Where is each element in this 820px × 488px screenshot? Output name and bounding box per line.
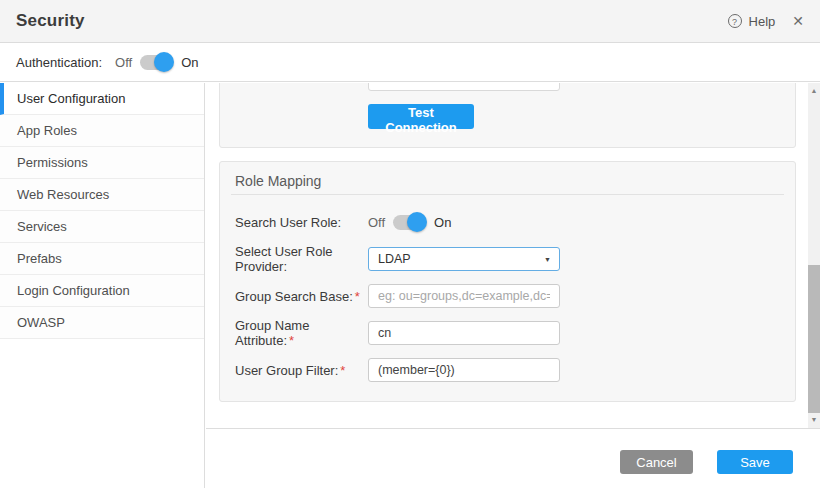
help-question-icon: ? (728, 14, 742, 28)
required-marker: * (289, 333, 294, 348)
search-user-role-on-label: On (434, 215, 451, 230)
user-group-filter-row: User Group Filter:* (235, 358, 780, 382)
authentication-label: Authentication: (16, 55, 102, 70)
user-group-filter-input[interactable] (368, 358, 560, 382)
close-icon[interactable]: ✕ (792, 14, 804, 28)
ldap-config-panel: Test Connection (219, 83, 796, 148)
main-content: Test Connection Role Mapping Search User… (206, 83, 820, 488)
search-user-role-row: Search User Role: Off On (235, 210, 780, 234)
authentication-toggle-group: Off On (115, 55, 198, 70)
sidebar-item-web-resources[interactable]: Web Resources (0, 179, 204, 211)
provider-row: Select User Role Provider: LDAP ▼ (235, 247, 780, 271)
footer-buttons: Cancel Save (620, 450, 793, 474)
sidebar-item-owasp[interactable]: OWASP (0, 307, 204, 339)
group-name-attribute-label: Group Name Attribute:* (235, 318, 368, 348)
search-user-role-toggle-group: Off On (368, 215, 451, 230)
help-button[interactable]: ? Help (728, 14, 776, 29)
sidebar-item-services[interactable]: Services (0, 211, 204, 243)
user-role-provider-selected-value: LDAP (378, 252, 411, 266)
required-marker: * (355, 289, 360, 304)
header-actions: ? Help ✕ (728, 14, 804, 29)
scrollbar-thumb[interactable] (808, 265, 820, 413)
ldap-config-partial-input[interactable] (368, 83, 560, 91)
provider-label: Select User Role Provider: (235, 244, 368, 274)
sidebar-item-prefabs[interactable]: Prefabs (0, 243, 204, 275)
group-search-base-input[interactable] (368, 284, 560, 308)
group-name-attribute-row: Group Name Attribute:* (235, 321, 780, 345)
search-user-role-off-label: Off (368, 215, 385, 230)
user-group-filter-label: User Group Filter:* (235, 363, 368, 378)
role-mapping-panel: Role Mapping Search User Role: Off On Se… (219, 161, 796, 402)
page-title: Security (16, 11, 85, 31)
test-connection-button[interactable]: Test Connection (368, 104, 474, 129)
group-search-base-label: Group Search Base:* (235, 289, 368, 304)
select-caret-icon: ▼ (544, 256, 551, 263)
sidebar-item-app-roles[interactable]: App Roles (0, 115, 204, 147)
authentication-toggle-knob (154, 52, 174, 72)
cancel-button[interactable]: Cancel (620, 450, 693, 474)
authentication-bar: Authentication: Off On (0, 44, 820, 82)
user-role-provider-select[interactable]: LDAP ▼ (368, 247, 560, 271)
sidebar-item-login-configuration[interactable]: Login Configuration (0, 275, 204, 307)
authentication-toggle[interactable] (140, 55, 173, 70)
help-label: Help (749, 14, 776, 29)
header: Security ? Help ✕ (0, 0, 820, 43)
role-mapping-divider (231, 194, 784, 195)
authentication-on-label: On (181, 55, 198, 70)
search-user-role-toggle[interactable] (393, 215, 426, 230)
sidebar-item-permissions[interactable]: Permissions (0, 147, 204, 179)
sidebar-item-user-configuration[interactable]: User Configuration (0, 83, 204, 115)
scroll-up-icon[interactable]: ▲ (808, 85, 820, 97)
role-mapping-form: Search User Role: Off On Select User Rol… (235, 210, 780, 395)
vertical-scrollbar[interactable]: ▲ ▼ (808, 83, 820, 428)
group-name-attribute-input[interactable] (368, 321, 560, 345)
search-user-role-label: Search User Role: (235, 215, 368, 230)
save-button[interactable]: Save (717, 450, 793, 474)
authentication-off-label: Off (115, 55, 132, 70)
scroll-down-icon[interactable]: ▼ (808, 414, 820, 426)
role-mapping-title: Role Mapping (235, 173, 321, 189)
sidebar: User Configuration App Roles Permissions… (0, 83, 205, 488)
required-marker: * (340, 363, 345, 378)
search-user-role-toggle-knob (407, 212, 427, 232)
group-search-base-row: Group Search Base:* (235, 284, 780, 308)
footer: Cancel Save (206, 428, 820, 488)
